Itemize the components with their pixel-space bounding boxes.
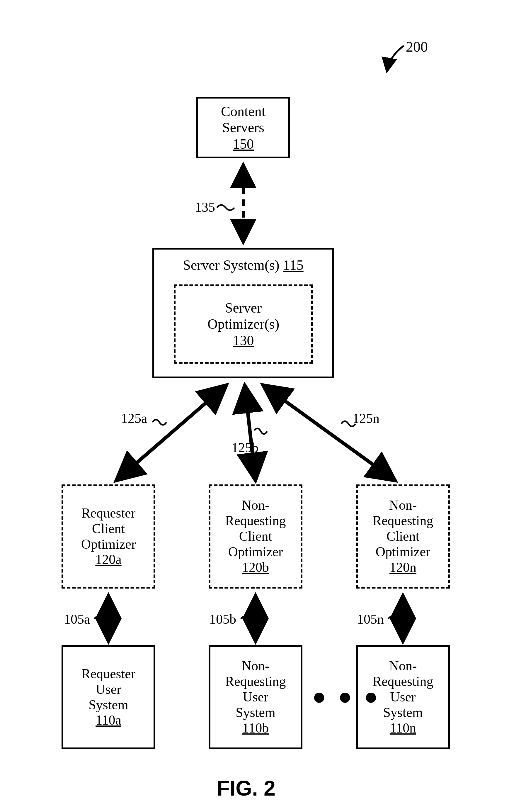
ref-number: 120a (95, 552, 121, 567)
label-125b: 125b (232, 440, 259, 455)
text: Optimizer (228, 544, 283, 560)
text: Requesting (225, 513, 286, 529)
text: System (236, 705, 275, 720)
ref-number: 110n (390, 720, 416, 736)
text: Requesting (373, 513, 433, 529)
text: Optimizer (376, 544, 431, 560)
box-nr-optimizer-n: Non- Requesting Client Optimizer 120n (356, 484, 450, 589)
text: Client (92, 521, 125, 537)
svg-line-2 (245, 385, 256, 481)
text: Optimizer(s) (207, 316, 279, 332)
ref-number: 120n (389, 560, 416, 575)
ref-number: 150 (233, 136, 254, 152)
box-server-optimizer: Server Optimizer(s) 130 (174, 285, 313, 364)
label-105a: 105a (64, 611, 90, 627)
text: Requesting (225, 674, 286, 689)
text: Non- (242, 498, 270, 513)
text: Client (386, 529, 419, 544)
ref-number: 110a (96, 713, 121, 728)
box-nr-user-b: Non- Requesting User System 110b (209, 645, 302, 749)
figure-number: 200 (406, 38, 428, 55)
text: Content (221, 103, 266, 119)
text: System (89, 697, 128, 713)
text: Requester (81, 506, 135, 521)
text: User (390, 689, 416, 705)
text: Servers (222, 119, 264, 135)
ellipsis-icon: ● ● ● (312, 683, 381, 710)
box-nr-optimizer-b: Non- Requesting Client Optimizer 120b (209, 484, 302, 589)
svg-line-3 (263, 385, 396, 481)
ref-number: 110b (242, 720, 269, 736)
box-requester-optimizer: Requester Client Optimizer 120a (62, 484, 155, 589)
label-135: 135 (195, 199, 215, 215)
box-content-servers: Content Servers 150 (196, 97, 290, 158)
svg-line-1 (116, 385, 227, 481)
ref-number: 120b (242, 560, 269, 575)
text: Requesting (373, 674, 433, 689)
text: Non- (389, 498, 417, 513)
label-105b: 105b (209, 611, 236, 627)
label-125n: 125n (352, 411, 379, 426)
figure-page: 200 Content Servers 150 135 Server Syste… (0, 0, 509, 812)
text: Non- (389, 658, 417, 674)
text: Requester (81, 666, 135, 682)
text: User (96, 682, 121, 697)
text: Optimizer (81, 537, 136, 552)
text: System (383, 705, 422, 720)
text: Server (225, 300, 262, 316)
text: Client (239, 529, 272, 544)
text: Non- (242, 658, 270, 674)
text: User (243, 689, 268, 705)
label-105n: 105n (357, 611, 384, 627)
figure-caption: FIG. 2 (217, 776, 275, 800)
box-requester-user: Requester User System 110a (62, 645, 155, 749)
label-125a: 125a (121, 411, 147, 426)
ref-number: 130 (233, 332, 254, 348)
text: Server System(s) 115 (183, 257, 304, 273)
